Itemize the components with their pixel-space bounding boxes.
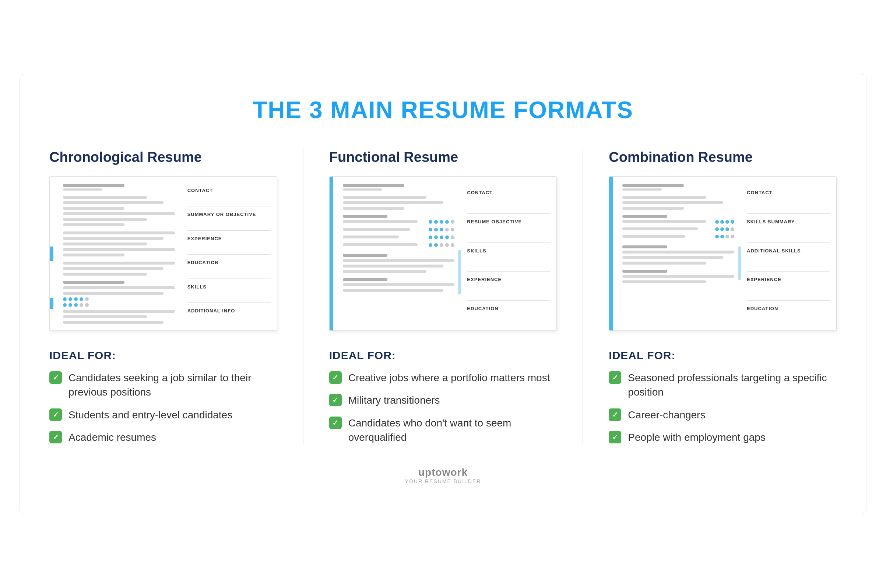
list-item: Academic resumes [49, 430, 277, 444]
combination-ideal-list: Seasoned professionals targeting a speci… [609, 370, 837, 444]
column-functional: Functional Resume [329, 149, 557, 444]
chronological-ideal-title: IDEAL FOR: [49, 349, 277, 362]
label-contact-c: CONTACT [747, 190, 830, 195]
page-container: THE 3 MAIN RESUME FORMATS Chronological … [20, 74, 866, 514]
label-experience-f: EXPERIENCE [467, 271, 551, 282]
list-item: People with employment gaps [609, 430, 837, 444]
ideal-text-1: Candidates seeking a job similar to thei… [69, 370, 277, 399]
ideal-text-2: Students and entry-level candidates [69, 408, 232, 422]
functional-resume-mockup: CONTACT RESUME OBJECTIVE SKILLS EXPERIEN… [329, 176, 557, 331]
divider-1 [303, 149, 304, 444]
combination-right-labels: CONTACT SKILLS SUMMARY ADDITIONAL SKILLS… [741, 177, 836, 330]
check-icon [49, 408, 62, 421]
check-icon [329, 417, 342, 429]
ideal-text-3: Academic resumes [69, 430, 156, 444]
check-icon [609, 408, 621, 421]
functional-title: Functional Resume [329, 149, 557, 165]
column-chronological: Chronological Resume [49, 149, 277, 444]
func-blue-bar [329, 177, 333, 330]
chronological-title: Chronological Resume [49, 149, 277, 165]
label-contact: CONTACT [187, 188, 271, 193]
label-skills: SKILLS [187, 279, 271, 290]
functional-right-labels: CONTACT RESUME OBJECTIVE SKILLS EXPERIEN… [461, 177, 557, 330]
blue-accent-1 [50, 246, 53, 261]
label-skills-summary: SKILLS SUMMARY [747, 213, 830, 225]
list-item: Creative jobs where a portfolio matters … [329, 370, 557, 385]
list-item: Candidates seeking a job similar to thei… [49, 370, 277, 399]
label-experience-c: EXPERIENCE [747, 271, 830, 282]
functional-ideal-text-1: Creative jobs where a portfolio matters … [348, 370, 550, 385]
chronological-right-labels: CONTACT SUMMARY OR OBJECTIVE EXPERIENCE … [182, 177, 277, 330]
check-icon [49, 371, 62, 384]
combination-ideal-section: IDEAL FOR: Seasoned professionals target… [609, 349, 837, 444]
label-education-c: EDUCATION [747, 300, 830, 311]
brand-tagline: YOUR RESUME BUILDER [49, 478, 837, 484]
label-summary: SUMMARY OR OBJECTIVE [187, 206, 271, 217]
functional-ideal-text-3: Candidates who don't want to seem overqu… [348, 416, 557, 444]
check-icon [609, 431, 621, 443]
label-education: EDUCATION [187, 254, 271, 265]
list-item: Seasoned professionals targeting a speci… [609, 370, 837, 399]
columns-wrapper: Chronological Resume [49, 149, 837, 444]
brand-name: uptowork [49, 466, 837, 478]
combination-ideal-title: IDEAL FOR: [609, 349, 837, 362]
functional-ideal-text-2: Military transitioners [348, 393, 440, 407]
list-item: Military transitioners [329, 393, 557, 407]
combination-ideal-text-2: Career-changers [628, 408, 705, 422]
list-item: Students and entry-level candidates [49, 408, 277, 422]
list-item: Candidates who don't want to seem overqu… [329, 416, 557, 444]
functional-ideal-list: Creative jobs where a portfolio matters … [329, 370, 557, 444]
functional-ideal-section: IDEAL FOR: Creative jobs where a portfol… [329, 349, 557, 444]
label-additional: ADDITIONAL INFO [187, 303, 271, 314]
check-icon [609, 371, 621, 384]
main-title: THE 3 MAIN RESUME FORMATS [49, 96, 837, 124]
column-combination: Combination Resume [609, 149, 837, 444]
functional-ideal-title: IDEAL FOR: [329, 349, 557, 362]
list-item: Career-changers [609, 408, 837, 422]
check-icon [49, 431, 62, 443]
label-skills-f: SKILLS [467, 243, 551, 254]
label-contact-f: CONTACT [467, 190, 551, 195]
blue-accent-2 [50, 298, 53, 309]
combination-ideal-text-1: Seasoned professionals targeting a speci… [628, 370, 837, 399]
chronological-ideal-section: IDEAL FOR: Candidates seeking a job simi… [49, 349, 277, 444]
check-icon [329, 371, 342, 384]
label-additional-skills: ADDITIONAL SKILLS [747, 243, 830, 254]
combination-ideal-text-3: People with employment gaps [628, 430, 766, 444]
check-icon [329, 394, 342, 406]
chronological-ideal-list: Candidates seeking a job similar to thei… [49, 370, 277, 444]
label-objective: RESUME OBJECTIVE [467, 213, 551, 225]
combination-title: Combination Resume [609, 149, 837, 165]
label-experience: EXPERIENCE [187, 230, 271, 242]
brand-section: uptowork YOUR RESUME BUILDER [49, 466, 837, 484]
label-education-f: EDUCATION [467, 300, 551, 311]
divider-2 [582, 149, 583, 444]
combo-blue-bar [609, 177, 613, 330]
chronological-resume-mockup: CONTACT SUMMARY OR OBJECTIVE EXPERIENCE … [49, 176, 277, 331]
combination-resume-mockup: CONTACT SKILLS SUMMARY ADDITIONAL SKILLS… [609, 176, 837, 331]
